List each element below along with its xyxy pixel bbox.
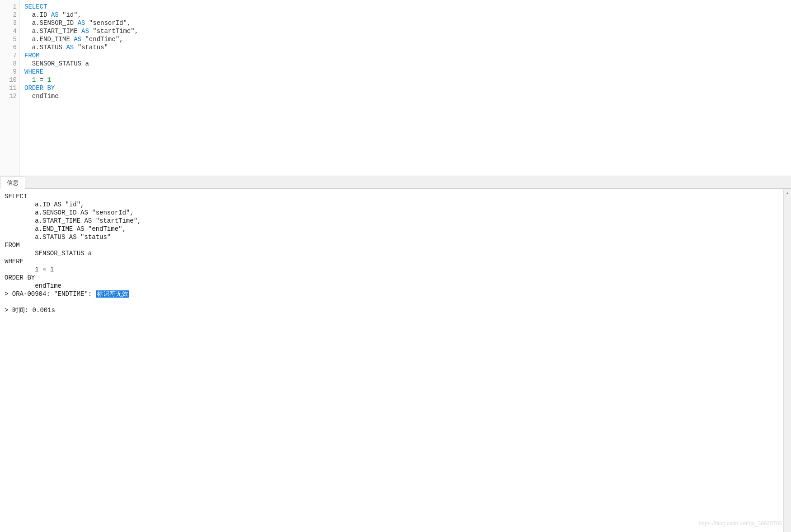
output-error-line: > ORA-00904: "ENDTIME": 标识符无效 <box>5 290 779 298</box>
error-highlight: 标识符无效 <box>96 290 129 298</box>
code-line[interactable]: FROM <box>24 51 786 60</box>
output-line: 1 = 1 <box>5 266 779 274</box>
line-number: 7 <box>0 51 17 60</box>
line-number: 8 <box>0 60 17 68</box>
code-line[interactable]: ORDER BY <box>24 84 786 92</box>
output-pane: SELECT a.ID AS "id", a.SENSOR_ID AS "sen… <box>0 189 791 532</box>
code-line[interactable]: a.START_TIME AS "startTime", <box>24 27 786 35</box>
scroll-up-icon[interactable]: ▴ <box>784 189 791 196</box>
code-line[interactable]: endTime <box>24 92 786 100</box>
line-number: 5 <box>0 35 17 43</box>
line-number: 4 <box>0 27 17 35</box>
output-line: WHERE <box>5 257 779 266</box>
line-number: 1 <box>0 3 17 11</box>
line-number: 2 <box>0 11 17 19</box>
output-line: SELECT <box>5 192 779 201</box>
line-number: 12 <box>0 92 17 100</box>
output-line: a.END_TIME AS "endTime", <box>5 225 779 233</box>
output-time-line: > 时间: 0.001s <box>5 306 779 314</box>
code-line[interactable]: WHERE <box>24 68 786 76</box>
line-number: 3 <box>0 19 17 27</box>
code-line[interactable]: SENSOR_STATUS a <box>24 60 786 68</box>
watermark-text: https://blog.csdn.net/qq_39640703 <box>699 520 782 527</box>
tab-messages[interactable]: 信息 <box>0 177 25 189</box>
code-line[interactable]: a.END_TIME AS "endTime", <box>24 35 786 43</box>
sql-code-area[interactable]: SELECT a.ID AS "id", a.SENSOR_ID AS "sen… <box>20 0 791 176</box>
output-tab-bar: 信息 <box>0 176 791 189</box>
output-line: SENSOR_STATUS a <box>5 249 779 257</box>
output-line: a.SENSOR_ID AS "sensorId", <box>5 209 779 217</box>
output-line: a.ID AS "id", <box>5 201 779 209</box>
line-number-gutter: 123456789101112 <box>0 0 20 176</box>
output-scrollbar[interactable]: ▴ <box>783 189 791 532</box>
code-line[interactable]: a.STATUS AS "status" <box>24 43 786 51</box>
output-line: a.STATUS AS "status" <box>5 233 779 241</box>
output-line <box>5 298 779 306</box>
code-line[interactable]: 1 = 1 <box>24 76 786 84</box>
code-line[interactable]: SELECT <box>24 3 786 11</box>
code-line[interactable]: a.ID AS "id", <box>24 11 786 19</box>
output-line: a.START_TIME AS "startTime", <box>5 217 779 225</box>
line-number: 9 <box>0 68 17 76</box>
output-content[interactable]: SELECT a.ID AS "id", a.SENSOR_ID AS "sen… <box>0 189 783 532</box>
line-number: 11 <box>0 84 17 92</box>
output-line: endTime <box>5 282 779 290</box>
output-line: ORDER BY <box>5 274 779 282</box>
line-number: 10 <box>0 76 17 84</box>
output-line: FROM <box>5 241 779 249</box>
sql-editor-pane: 123456789101112 SELECT a.ID AS "id", a.S… <box>0 0 791 176</box>
code-line[interactable]: a.SENSOR_ID AS "sensorId", <box>24 19 786 27</box>
line-number: 6 <box>0 43 17 51</box>
